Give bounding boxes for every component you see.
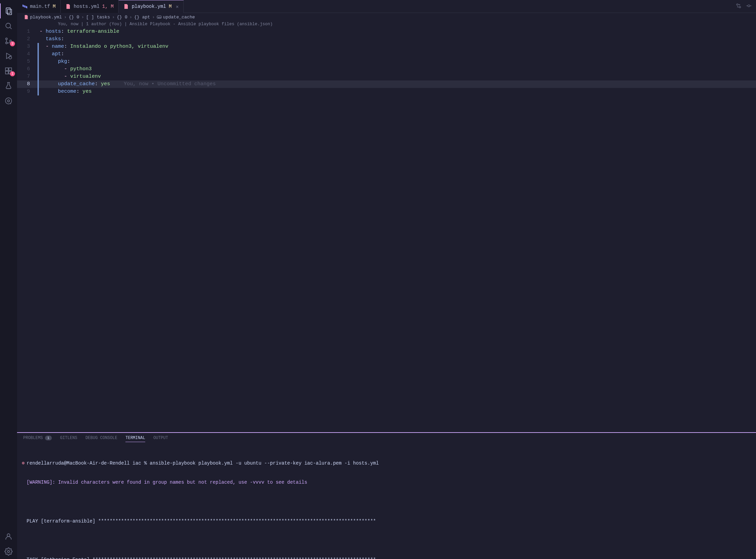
tab-modified: M xyxy=(53,4,56,9)
yaml-file-icon xyxy=(123,4,129,9)
svg-point-4 xyxy=(6,38,7,40)
svg-rect-0 xyxy=(6,8,10,13)
run-debug-icon[interactable] xyxy=(0,48,17,63)
svg-rect-10 xyxy=(5,71,8,74)
accounts-icon[interactable] xyxy=(0,529,17,544)
settings-icon[interactable] xyxy=(0,544,17,559)
terminal-line: PLAY [terraform-ansible] ***************… xyxy=(27,518,376,525)
search-icon[interactable] xyxy=(0,18,17,33)
problems-count: 1 xyxy=(45,436,52,440)
svg-point-17 xyxy=(7,550,10,553)
svg-point-15 xyxy=(7,100,10,102)
close-icon[interactable]: ✕ xyxy=(176,4,179,10)
tab-modified: 1, M xyxy=(102,4,114,9)
tab-label: main.tf xyxy=(30,4,50,9)
svg-point-23 xyxy=(748,5,750,7)
commit-icon[interactable] xyxy=(746,3,752,10)
terminal-warning: [WARNING]: Invalid characters were found… xyxy=(27,479,307,486)
inline-blame: You, now • Uncommitted changes xyxy=(110,81,216,87)
tab-hosts-yml[interactable]: hosts.yml 1, M xyxy=(61,0,119,13)
explorer-icon[interactable] xyxy=(0,3,17,18)
breadcrumb-item[interactable]: {} 0 xyxy=(117,15,127,20)
breadcrumb-item[interactable]: {} 0 xyxy=(69,15,79,20)
source-control-icon[interactable]: 3 xyxy=(0,33,17,48)
svg-marker-20 xyxy=(26,6,27,9)
svg-marker-18 xyxy=(22,4,24,7)
compare-icon[interactable] xyxy=(736,3,742,10)
terminal-line: TASK [Gathering Facts] *****************… xyxy=(27,557,376,559)
panel-tab-problems[interactable]: PROBLEMS1 xyxy=(23,436,52,442)
tab-modified: M xyxy=(169,4,171,9)
svg-marker-19 xyxy=(24,5,26,8)
breadcrumb-item[interactable]: {} apt xyxy=(134,15,150,20)
activity-bar: 3 1 xyxy=(0,0,17,559)
extensions-icon[interactable]: 1 xyxy=(0,63,17,78)
svg-point-2 xyxy=(6,23,11,28)
current-line[interactable]: 8 update_cache: yesYou, now • Uncommitte… xyxy=(17,80,756,88)
gitlens-icon[interactable] xyxy=(0,93,17,108)
panel-tab-terminal[interactable]: TERMINAL xyxy=(125,436,145,442)
svg-point-21 xyxy=(737,4,738,5)
svg-line-3 xyxy=(10,27,12,29)
breadcrumbs[interactable]: playbook.yml › {} 0 › [ ] tasks › {} 0 ›… xyxy=(17,13,756,21)
editor[interactable]: 1- hosts: terraform-ansible 2 tasks: 3 -… xyxy=(17,27,756,432)
tab-label: playbook.yml xyxy=(132,4,166,9)
tabs-bar: main.tf M hosts.yml 1, M playbook.yml M … xyxy=(17,0,756,13)
breadcrumb-item[interactable]: abcupdate_cache xyxy=(157,15,195,20)
editor-actions xyxy=(736,3,756,10)
tab-label: hosts.yml xyxy=(74,4,100,9)
svg-point-22 xyxy=(739,6,741,8)
panel: PROBLEMS1 GITLENS DEBUG CONSOLE TERMINAL… xyxy=(17,433,756,559)
main-area: main.tf M hosts.yml 1, M playbook.yml M … xyxy=(17,0,756,559)
svg-rect-12 xyxy=(9,68,12,71)
svg-text:abc: abc xyxy=(158,16,162,19)
breadcrumb-file[interactable]: playbook.yml xyxy=(24,15,62,20)
svg-point-14 xyxy=(5,98,12,104)
svg-point-5 xyxy=(6,42,7,44)
tab-main-tf[interactable]: main.tf M xyxy=(17,0,61,13)
tab-playbook-yml[interactable]: playbook.yml M ✕ xyxy=(119,0,184,13)
codelens[interactable]: You, now | 1 author (You) | Ansible Play… xyxy=(17,21,756,27)
svg-rect-9 xyxy=(5,68,8,71)
terraform-file-icon xyxy=(22,4,27,9)
svg-rect-1 xyxy=(7,9,12,15)
yaml-file-icon xyxy=(65,4,71,9)
panel-tab-debug[interactable]: DEBUG CONSOLE xyxy=(86,436,118,442)
scm-badge: 3 xyxy=(10,41,15,46)
breadcrumb-item[interactable]: [ ] tasks xyxy=(86,15,110,20)
panel-tab-output[interactable]: OUTPUT xyxy=(153,436,168,442)
testing-icon[interactable] xyxy=(0,78,17,93)
terminal[interactable]: ⊗rendellarruda@MacBook-Air-de-Rendell ia… xyxy=(17,444,756,559)
panel-tab-gitlens[interactable]: GITLENS xyxy=(60,436,77,442)
svg-point-16 xyxy=(7,534,10,537)
panel-tabs: PROBLEMS1 GITLENS DEBUG CONSOLE TERMINAL… xyxy=(17,433,756,444)
ext-badge: 1 xyxy=(10,71,15,76)
error-icon: ⊗ xyxy=(20,460,26,467)
